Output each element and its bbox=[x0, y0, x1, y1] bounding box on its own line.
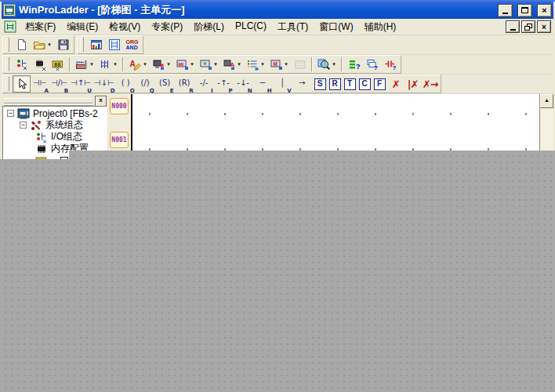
toolbar-separator bbox=[122, 57, 124, 71]
tree-expander[interactable]: − bbox=[20, 122, 27, 129]
run-plc-button[interactable]: ▾ bbox=[73, 56, 96, 73]
dropdown-arrow-icon[interactable]: ▾ bbox=[89, 61, 95, 67]
edit-register-button[interactable]: A▾ bbox=[126, 56, 150, 73]
close-icon: × bbox=[542, 5, 546, 16]
dropdown-arrow-icon[interactable]: ▾ bbox=[46, 42, 53, 48]
mdi-minimize-button[interactable] bbox=[506, 20, 520, 33]
toolbar-grip[interactable] bbox=[80, 38, 84, 52]
counter-instr-button[interactable]: C bbox=[357, 75, 372, 93]
network-label[interactable]: N001 bbox=[110, 132, 129, 148]
function-instr-button[interactable]: F bbox=[372, 75, 387, 93]
menu-item-edit[interactable]: 编辑(E) bbox=[61, 19, 103, 35]
offline-chip-button[interactable] bbox=[31, 56, 49, 73]
station-number-button[interactable]: 88 bbox=[49, 56, 67, 73]
pointer-tool-button[interactable] bbox=[13, 75, 31, 93]
factory-icon bbox=[74, 58, 88, 71]
mdi-close-icon: × bbox=[542, 22, 546, 32]
tree-expander[interactable]: − bbox=[7, 110, 14, 117]
falling-pulse-button[interactable]: -↓-N bbox=[234, 73, 254, 95]
relay-instr-button[interactable]: R bbox=[328, 75, 343, 93]
menu-item-tools[interactable]: 工具(T) bbox=[272, 19, 314, 35]
scroll-up-button[interactable]: ▲ bbox=[540, 94, 553, 108]
vertical-line-button[interactable]: │V bbox=[274, 73, 293, 95]
maximize-button[interactable] bbox=[517, 4, 532, 17]
dropdown-arrow-icon[interactable]: ▾ bbox=[236, 61, 242, 67]
new-file-button[interactable] bbox=[13, 36, 31, 53]
mdi-child-icon[interactable] bbox=[4, 20, 16, 33]
mnemonic-view-button[interactable]: ORGAND bbox=[123, 36, 141, 53]
monitor-m-button[interactable]: M▾ bbox=[267, 56, 291, 73]
open-file-button[interactable]: ▾ bbox=[31, 36, 54, 53]
panel-drag-grip[interactable] bbox=[4, 98, 92, 103]
dropdown-arrow-icon[interactable]: ▾ bbox=[165, 61, 172, 67]
status-page-button[interactable]: ▾ bbox=[244, 56, 267, 73]
menu-item-project[interactable]: 专案(P) bbox=[146, 19, 188, 35]
toolbar-separator bbox=[311, 57, 313, 71]
rising-pulse-button[interactable]: -↑-P bbox=[215, 73, 234, 95]
extend-line-button[interactable]: → bbox=[293, 73, 313, 95]
system-config-icon bbox=[30, 119, 42, 131]
contact-falling-button[interactable]: ⊣↓⊢D bbox=[93, 73, 117, 95]
menu-item-plc[interactable]: PLC(C) bbox=[230, 19, 272, 35]
coil-reset-button[interactable]: (R)R bbox=[176, 73, 195, 95]
svg-text:88: 88 bbox=[53, 62, 60, 68]
maximize-icon bbox=[521, 7, 528, 13]
menu-item-view[interactable]: 检视(V) bbox=[103, 19, 146, 35]
menu-item-ladder[interactable]: 阶梯(L) bbox=[188, 19, 230, 35]
dropdown-arrow-icon[interactable]: ▾ bbox=[112, 61, 118, 67]
toolbar-grip[interactable] bbox=[5, 77, 9, 91]
window-query-button[interactable]: ? bbox=[363, 56, 381, 73]
dropdown-arrow-icon[interactable]: ▾ bbox=[283, 61, 289, 67]
mdi-close-button[interactable]: × bbox=[537, 20, 551, 33]
save-button[interactable] bbox=[54, 36, 72, 53]
menu-item-window[interactable]: 窗口(W) bbox=[314, 19, 358, 35]
monitor-mi-button[interactable]: MI▾ bbox=[173, 56, 197, 73]
tree-item-project[interactable]: −Project0 [FBs-2 bbox=[4, 107, 107, 119]
minimize-button[interactable] bbox=[498, 4, 513, 17]
io-connect-button[interactable] bbox=[13, 56, 31, 73]
invert-button[interactable]: -/-I bbox=[195, 73, 215, 95]
monitor-page-button[interactable]: ▾ bbox=[197, 56, 220, 73]
window-title: WinProLadder - [阶梯图 - 主单元一] bbox=[19, 3, 493, 17]
project-window-button[interactable] bbox=[87, 36, 105, 53]
tree-item-io-config[interactable]: I/O组态 bbox=[4, 131, 107, 143]
delete-row-button[interactable]: ✗→ bbox=[422, 75, 439, 93]
contact-nc-button[interactable]: ⊣/⊢B bbox=[50, 73, 70, 95]
ladder-view-button[interactable] bbox=[105, 36, 123, 53]
coil-not-button[interactable]: (/)Q bbox=[136, 73, 156, 95]
mdi-restore-button[interactable] bbox=[521, 20, 535, 33]
force-point-button[interactable]: A▾ bbox=[220, 56, 244, 73]
menu-item-help[interactable]: 辅助(H) bbox=[359, 19, 402, 35]
dropdown-arrow-icon[interactable]: ▾ bbox=[331, 61, 337, 67]
dropdown-arrow-icon[interactable]: ▾ bbox=[189, 61, 195, 67]
toolbar-grip[interactable] bbox=[5, 38, 9, 52]
coil-out-button[interactable]: ( )O bbox=[117, 73, 136, 95]
contact-rising-button[interactable]: ⊣↑⊢U bbox=[70, 73, 93, 95]
dropdown-arrow-icon[interactable]: ▾ bbox=[142, 61, 148, 67]
monitor-io-button[interactable]: ▾ bbox=[150, 56, 173, 73]
panel-close-button[interactable]: x bbox=[95, 96, 107, 107]
minimize-icon bbox=[502, 13, 508, 14]
timer-instr-button[interactable]: T bbox=[343, 75, 357, 93]
zoom-button[interactable]: ▾ bbox=[315, 56, 339, 73]
step-instr-button[interactable]: S bbox=[313, 75, 328, 93]
toolbar-grip[interactable] bbox=[5, 57, 9, 71]
contact-no-button[interactable]: ⊣⊢A bbox=[31, 73, 50, 95]
toolbar-standard: ▾ORGAND bbox=[2, 35, 553, 55]
dropdown-arrow-icon[interactable]: ▾ bbox=[212, 61, 219, 67]
element-query-button[interactable]: ? bbox=[345, 56, 363, 73]
svg-text:?: ? bbox=[374, 64, 378, 71]
tree-item-system-config[interactable]: −系统组态 bbox=[4, 119, 107, 131]
menu-item-file[interactable]: 档案(F) bbox=[20, 19, 61, 35]
network-label[interactable]: N000 bbox=[110, 98, 129, 114]
horizontal-line-button[interactable]: ─H bbox=[254, 73, 274, 95]
coil-set-button[interactable]: (S)E bbox=[156, 73, 176, 95]
delete-element-button[interactable]: ✗ bbox=[387, 75, 404, 93]
close-button[interactable]: × bbox=[537, 4, 552, 17]
delete-vline-button[interactable]: |✗ bbox=[404, 75, 422, 93]
ladder-build-button[interactable]: ▾ bbox=[96, 56, 120, 73]
dropdown-arrow-icon[interactable]: ▾ bbox=[259, 61, 266, 67]
monitor-mi-icon: MI bbox=[175, 58, 188, 71]
contact-query-button[interactable]: ? bbox=[381, 56, 399, 73]
monitor-m-icon: M bbox=[269, 58, 282, 71]
